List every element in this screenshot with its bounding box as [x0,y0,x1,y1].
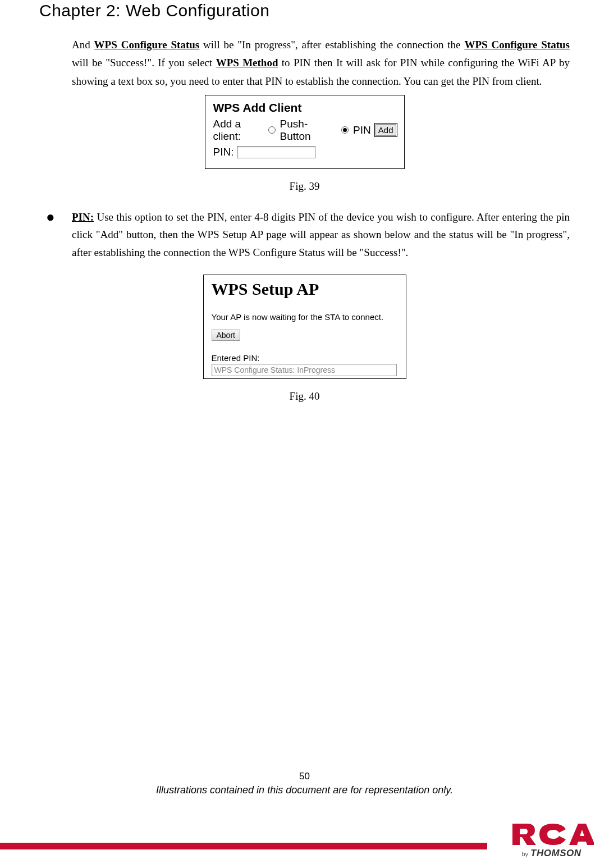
bullet-icon: ● [46,208,72,261]
radio-pin-label: PIN [353,124,371,136]
page-number: 50 [0,771,609,782]
page-footer: 50 Illustrations contained in this docum… [0,771,609,796]
waiting-text: Your AP is now waiting for the STA to co… [212,312,398,322]
disclaimer-text: Illustrations contained in this document… [0,784,609,796]
by-text: by [521,851,528,857]
intro-paragraph: And WPS Configure Status will be "In pro… [72,36,570,90]
add-button[interactable]: Add [376,124,396,136]
figure-39: WPS Add Client Add a client: Push-Button… [205,95,405,169]
pin-input[interactable] [237,146,315,158]
thomson-text: THOMSON [530,848,581,858]
rca-logo-icon [510,821,594,848]
add-client-label: Add a client: [213,118,264,143]
wps-setup-ap-title: WPS Setup AP [212,280,398,299]
bullet-lead: PIN: [72,211,94,223]
rca-logo-block: byTHOMSON [494,821,609,859]
pin-label: PIN: [213,146,234,158]
abort-button[interactable]: Abort [212,330,240,341]
radio-push-button[interactable] [268,126,276,134]
wps-add-client-title: WPS Add Client [213,101,396,115]
figure-40-caption: Fig. 40 [39,390,570,403]
bold-wps-status-2: WPS Configure Status [464,39,570,51]
bold-wps-method: WPS Method [216,57,278,68]
radio-pin[interactable] [341,126,349,134]
radio-push-button-label: Push-Button [280,118,331,143]
footer-red-bar [0,843,487,849]
wps-status-box: WPS Configure Status: InProgress [212,364,397,376]
bold-wps-status-1: WPS Configure Status [94,39,200,51]
figure-39-caption: Fig. 39 [39,180,570,193]
logo-byline: byTHOMSON [494,848,609,859]
bullet-pin-text: PIN: Use this option to set the PIN, ent… [72,208,570,261]
entered-pin-label: Entered PIN: [212,353,398,363]
chapter-title: Chapter 2: Web Configuration [39,1,570,20]
figure-40: WPS Setup AP Your AP is now waiting for … [203,275,406,379]
